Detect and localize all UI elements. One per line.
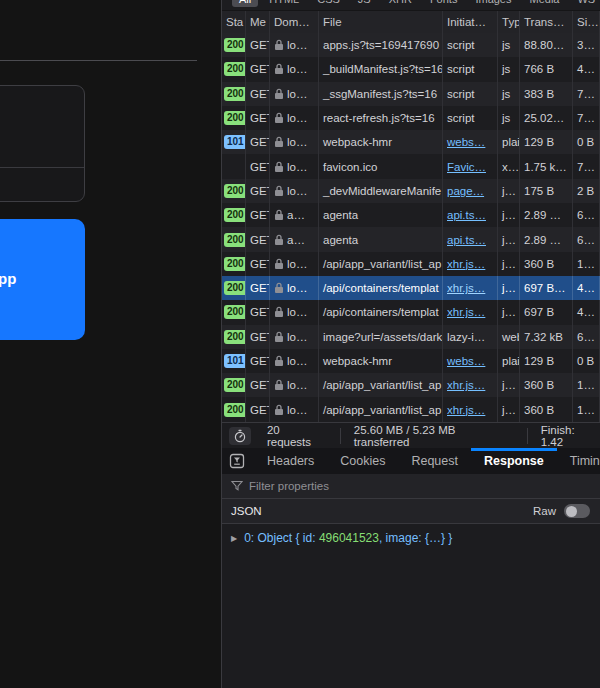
domain-cell: lo… [270, 276, 319, 300]
column-header[interactable]: Trans… [520, 11, 573, 33]
initiator-text: script [447, 39, 474, 51]
request-row[interactable]: 101GETlo…webpack-hmrwebs…plain129 B0 B [222, 130, 600, 154]
initiator-text: script [447, 112, 474, 124]
initiator-link[interactable]: webs… [447, 355, 485, 367]
initiator-cell: api.ts… [443, 227, 498, 251]
type-filter-css[interactable]: CSS [310, 0, 347, 7]
tab-headers[interactable]: Headers [254, 448, 327, 474]
create-app-button-label: pp [0, 270, 16, 287]
status-cell: 200 [222, 252, 246, 276]
transferred-cell: 697 B [520, 300, 573, 324]
type-filter-media[interactable]: Media [522, 0, 566, 7]
request-detail-tabbar: HeadersCookiesRequestResponseTiming ▼ [222, 448, 600, 474]
request-row[interactable]: 200GETa…agentaapi.ts…j…2.89 …6… [222, 203, 600, 227]
initiator-link[interactable]: xhr.js… [447, 404, 485, 416]
initiator-link[interactable]: page… [447, 185, 484, 197]
status-badge: 200 [224, 62, 246, 76]
performance-analysis-button[interactable] [229, 427, 251, 445]
initiator-cell: script [443, 57, 498, 81]
request-row[interactable]: 200GETlo…_ssgManifest.js?ts=16scriptjs38… [222, 82, 600, 106]
initiator-cell: webs… [443, 349, 498, 373]
status-badge: 200 [224, 208, 246, 222]
column-header[interactable]: Me [246, 11, 270, 33]
raw-response-toggle[interactable] [564, 504, 590, 518]
type-filter-html[interactable]: HTML [262, 0, 306, 7]
lock-icon [274, 185, 284, 197]
request-row[interactable]: 200GETlo…_buildManifest.js?ts=16scriptjs… [222, 57, 600, 81]
request-row[interactable]: 200GETlo…apps.js?ts=169417690scriptjs88.… [222, 33, 600, 57]
initiator-cell: xhr.js… [443, 373, 498, 397]
initiator-link[interactable]: api.ts… [447, 209, 486, 221]
create-app-button[interactable]: pp [0, 219, 85, 340]
filter-box-icon [229, 453, 245, 469]
detail-tabs-container: HeadersCookiesRequestResponseTiming [254, 448, 600, 474]
request-row[interactable]: 200GETlo…_devMiddlewareManifepage…j…175 … [222, 179, 600, 203]
file-cell: _ssgManifest.js?ts=16 [319, 82, 443, 106]
initiator-cell: xhr.js… [443, 276, 498, 300]
transferred-cell: 360 B [520, 373, 573, 397]
request-row[interactable]: 101GETlo…webpack-hmrwebs…plain129 B0 B [222, 349, 600, 373]
column-header[interactable]: Sta [222, 11, 246, 33]
response-object-row[interactable]: ▶ 0: Object { id: 496041523, image: {…} … [231, 531, 600, 545]
request-row[interactable]: 200GETlo…/api/app_variant/list_apxhr.js…… [222, 373, 600, 397]
size-cell: 0 B [573, 130, 600, 154]
request-row[interactable]: 200GETlo…/api/app_variant/list_apxhr.js…… [222, 397, 600, 421]
column-header[interactable]: File [319, 11, 443, 33]
method-cell: GET [246, 33, 270, 57]
column-header[interactable]: Typ [498, 11, 520, 33]
initiator-link[interactable]: webs… [447, 136, 485, 148]
status-cell: 200 [222, 397, 246, 421]
initiator-link[interactable]: api.ts… [447, 234, 486, 246]
tab-response[interactable]: Response [471, 448, 557, 474]
column-header[interactable]: Si… [573, 11, 600, 33]
request-row[interactable]: 200GETlo…/api/app_variant/list_apxhr.js…… [222, 252, 600, 276]
request-row[interactable]: 200GETlo…image?url=/assets/darklazy-i…we… [222, 325, 600, 349]
domain-text: lo… [287, 88, 307, 100]
tab-cookies[interactable]: Cookies [327, 448, 398, 474]
filter-panel-toggle-button[interactable] [229, 453, 245, 469]
response-id-value: 496041523 [319, 531, 379, 545]
type-cell: js [498, 106, 520, 130]
type-cell: plain [498, 349, 520, 373]
status-cell: 200 [222, 82, 246, 106]
transferred-cell: 766 B [520, 57, 573, 81]
filter-properties-input[interactable] [249, 480, 549, 492]
tab-request[interactable]: Request [398, 448, 471, 474]
lock-icon [274, 161, 284, 173]
type-filter-js[interactable]: JS [351, 0, 378, 7]
request-row[interactable]: GETlo…favicon.icoFavic…x…1.75 k…7… [222, 154, 600, 178]
column-header[interactable]: Dom… [270, 11, 319, 33]
type-filter-all[interactable]: All [232, 0, 258, 7]
status-badge: 200 [224, 87, 246, 101]
lock-icon [274, 282, 284, 294]
file-cell: /api/app_variant/list_ap [319, 252, 443, 276]
initiator-link[interactable]: Favic… [447, 161, 486, 173]
request-row[interactable]: 200GETa…agentaapi.ts…j…2.89 …6… [222, 227, 600, 251]
domain-cell: lo… [270, 154, 319, 178]
expand-arrow-icon[interactable]: ▶ [231, 534, 237, 543]
column-header[interactable]: Initiat… [443, 11, 498, 33]
file-cell: /api/app_variant/list_ap [319, 373, 443, 397]
domain-text: lo… [287, 185, 307, 197]
initiator-link[interactable]: xhr.js… [447, 306, 485, 318]
status-badge: 200 [224, 330, 246, 344]
type-filter-fonts[interactable]: Fonts [423, 0, 465, 7]
initiator-link[interactable]: xhr.js… [447, 258, 485, 270]
request-row[interactable]: 200GETlo…/api/containers/templatxhr.js…j… [222, 300, 600, 324]
method-cell: GET [246, 276, 270, 300]
status-cell: 200 [222, 57, 246, 81]
initiator-link[interactable]: xhr.js… [447, 379, 485, 391]
request-row[interactable]: 200GETlo…react-refresh.js?ts=16scriptjs2… [222, 106, 600, 130]
tab-timing[interactable]: Timing [557, 448, 600, 474]
type-filter-images[interactable]: Images [468, 0, 518, 7]
request-row[interactable]: 200GETlo…/api/containers/templatxhr.js…j… [222, 276, 600, 300]
lock-icon [274, 331, 284, 343]
lock-icon [274, 258, 284, 270]
file-cell: _buildManifest.js?ts=16 [319, 57, 443, 81]
size-cell: 7… [573, 154, 600, 178]
size-cell: 2 B [573, 179, 600, 203]
type-filter-ws[interactable]: WS [570, 0, 600, 7]
type-cell: j… [498, 227, 520, 251]
type-filter-xhr[interactable]: XHR [382, 0, 419, 7]
initiator-link[interactable]: xhr.js… [447, 282, 485, 294]
